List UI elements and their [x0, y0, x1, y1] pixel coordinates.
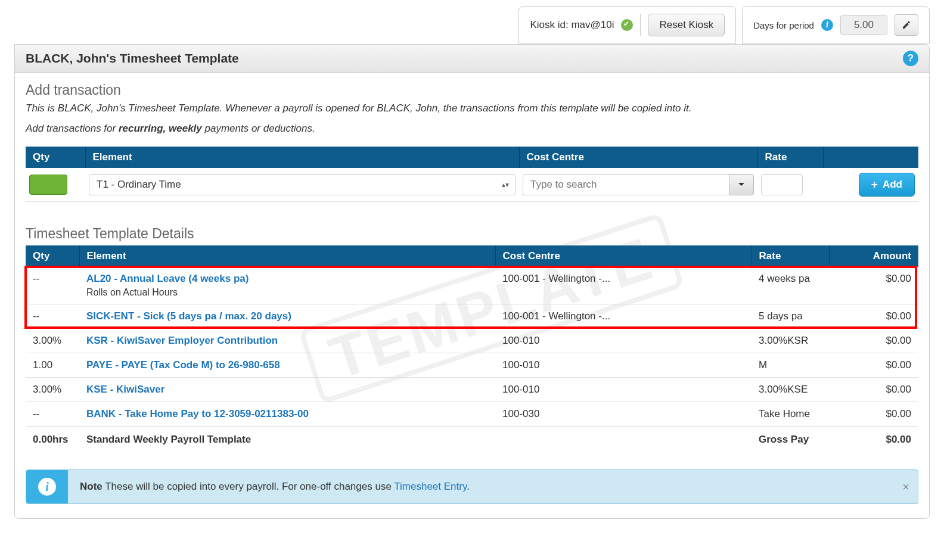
- table-row: --BANK - Take Home Pay to 12-3059-021138…: [26, 402, 918, 427]
- element-link[interactable]: KSR - KiwiSaver Employer Contribution: [86, 335, 278, 346]
- cell-cost: 100-030: [495, 402, 752, 427]
- cell-cost: 100-010: [495, 329, 752, 353]
- cell-element: PAYE - PAYE (Tax Code M) to 26-980-658: [79, 353, 495, 378]
- col-rate: Rate: [757, 147, 823, 168]
- cell-amount: $0.00: [829, 353, 918, 378]
- plus-icon: +: [871, 178, 878, 191]
- rate-input[interactable]: [761, 174, 803, 195]
- chevron-down-icon: [738, 182, 745, 187]
- note-text: Note These will be copied into every pay…: [68, 470, 918, 503]
- table-row: 3.00%KSE - KiwiSaver100-0103.00%KSE$0.00: [26, 378, 918, 402]
- cell-element: KSR - KiwiSaver Employer Contribution: [79, 329, 495, 353]
- cell-rate: 3.00%KSR: [752, 329, 829, 353]
- cell-element: BANK - Take Home Pay to 12-3059-0211383-…: [79, 402, 495, 427]
- cell-qty: --: [26, 304, 79, 329]
- separator: [640, 14, 641, 36]
- cell-amount: $0.00: [829, 329, 918, 353]
- close-note-button[interactable]: ×: [902, 480, 909, 494]
- reset-kiosk-button[interactable]: Reset Kiosk: [648, 14, 725, 36]
- cost-centre-dropdown-button[interactable]: [729, 174, 754, 195]
- footer-gross-label: Gross Pay: [752, 427, 829, 453]
- col-action: [823, 147, 918, 168]
- cell-qty: 1.00: [26, 353, 79, 378]
- cell-rate: 4 weeks pa: [752, 267, 829, 304]
- col-cost: Cost Centre: [519, 147, 757, 168]
- element-link[interactable]: KSE - KiwiSaver: [86, 384, 164, 395]
- cell-cost: 100-010: [495, 353, 752, 378]
- add-transaction-section: Add transaction This is BLACK, John's Ti…: [26, 82, 918, 202]
- cell-cost: 100-001 - Wellington -...: [495, 304, 752, 329]
- add-button[interactable]: + Add: [859, 173, 915, 197]
- page-title: BLACK, John's Timesheet Template: [26, 51, 239, 66]
- table-row: 3.00%KSR - KiwiSaver Employer Contributi…: [26, 329, 918, 353]
- col-element: Element: [79, 245, 495, 267]
- pencil-icon: [902, 20, 911, 30]
- col-cost: Cost Centre: [495, 245, 752, 267]
- days-group: Days for period i 5.00: [742, 6, 930, 44]
- cell-amount: $0.00: [829, 402, 918, 427]
- info-icon[interactable]: i: [821, 19, 833, 31]
- kiosk-id-label: Kiosk id: mav@10i: [530, 19, 614, 31]
- cost-centre-input[interactable]: [523, 174, 729, 195]
- section-title: Add transaction: [26, 82, 918, 98]
- days-label: Days for period: [753, 20, 814, 30]
- chevron-updown-icon: ▴▾: [502, 181, 509, 189]
- element-link[interactable]: AL20 - Annual Leave (4 weeks pa): [86, 273, 249, 284]
- cell-element: AL20 - Annual Leave (4 weeks pa)Rolls on…: [79, 267, 495, 304]
- cell-amount: $0.00: [829, 378, 918, 402]
- cell-element: SICK-ENT - Sick (5 days pa / max. 20 day…: [79, 304, 495, 329]
- cell-cost: 100-010: [495, 378, 752, 402]
- col-qty: Qty: [26, 245, 79, 267]
- cell-qty: 3.00%: [26, 329, 79, 353]
- check-icon: [621, 19, 633, 31]
- element-link[interactable]: PAYE - PAYE (Tax Code M) to 26-980-658: [86, 359, 280, 371]
- cell-qty: 3.00%: [26, 378, 79, 402]
- help-button[interactable]: ?: [903, 51, 918, 66]
- footer-label: Standard Weekly Payroll Template: [79, 427, 495, 453]
- timesheet-entry-link[interactable]: Timesheet Entry: [394, 481, 467, 492]
- details-title: Timesheet Template Details: [26, 226, 918, 242]
- cell-rate: 5 days pa: [752, 304, 829, 329]
- description-line2: Add transactions for recurring, weekly p…: [26, 121, 918, 136]
- details-table: Qty Element Cost Centre Rate Amount --AL…: [26, 245, 918, 453]
- cell-qty: --: [26, 402, 79, 427]
- cell-qty: --: [26, 267, 79, 304]
- description-line1: This is BLACK, John's Timesheet Template…: [26, 101, 918, 116]
- note-icon-wrap: i: [26, 470, 68, 503]
- cell-cost: 100-001 - Wellington -...: [495, 267, 752, 304]
- table-row: --SICK-ENT - Sick (5 days pa / max. 20 d…: [26, 304, 918, 329]
- col-element: Element: [85, 147, 519, 168]
- info-icon: i: [38, 478, 56, 496]
- days-value: 5.00: [840, 15, 887, 35]
- cell-rate: M: [752, 353, 829, 378]
- table-row: --AL20 - Annual Leave (4 weeks pa)Rolls …: [26, 267, 918, 304]
- cell-amount: $0.00: [829, 267, 918, 304]
- col-qty: Qty: [26, 147, 85, 168]
- footer-hours: 0.00hrs: [26, 427, 79, 453]
- element-select[interactable]: T1 - Ordinary Time ▴▾: [89, 174, 516, 195]
- cell-element: KSE - KiwiSaver: [79, 378, 495, 402]
- element-link[interactable]: SICK-ENT - Sick (5 days pa / max. 20 day…: [86, 310, 291, 322]
- edit-days-button[interactable]: [895, 14, 918, 36]
- kiosk-group: Kiosk id: mav@10i Reset Kiosk: [518, 6, 736, 44]
- col-amount: Amount: [829, 245, 918, 267]
- element-sub: Rolls on Actual Hours: [86, 287, 488, 298]
- card-header: BLACK, John's Timesheet Template ?: [15, 45, 929, 73]
- cell-amount: $0.00: [829, 304, 918, 329]
- col-rate: Rate: [752, 245, 829, 267]
- add-transaction-table: Qty Element Cost Centre Rate T1 - Ordina…: [26, 147, 918, 202]
- qty-input[interactable]: [29, 175, 67, 195]
- table-row: 1.00PAYE - PAYE (Tax Code M) to 26-980-6…: [26, 353, 918, 378]
- footer-gross-value: $0.00: [829, 427, 918, 453]
- cell-rate: 3.00%KSE: [752, 378, 829, 402]
- element-link[interactable]: BANK - Take Home Pay to 12-3059-0211383-…: [86, 408, 309, 419]
- cell-rate: Take Home: [752, 402, 829, 427]
- note-box: i Note These will be copied into every p…: [26, 469, 918, 504]
